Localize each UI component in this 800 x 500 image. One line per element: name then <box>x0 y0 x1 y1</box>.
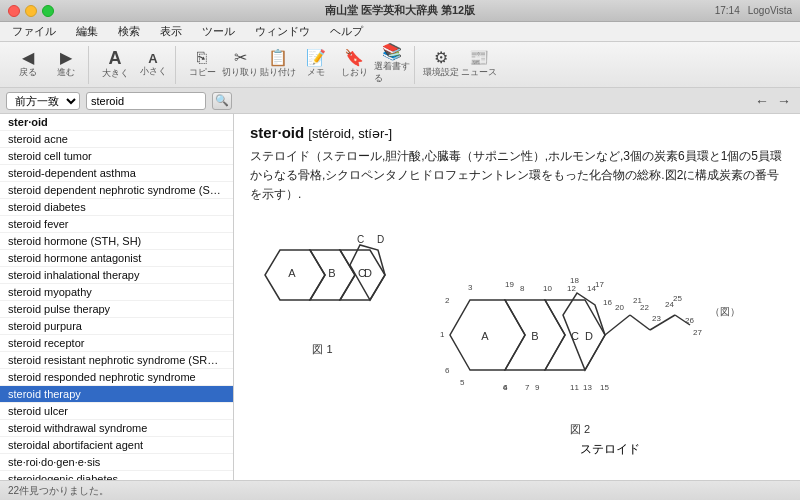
forward-button[interactable]: ▶ 進む <box>48 46 84 84</box>
word-list-item[interactable]: steroidal abortifacient agent <box>0 437 233 454</box>
word-list-item[interactable]: steroid inhalational therapy <box>0 267 233 284</box>
close-button[interactable] <box>8 5 20 17</box>
svg-text:3: 3 <box>468 283 473 292</box>
word-list-item[interactable]: steroid cell tumor <box>0 148 233 165</box>
searchbar: 前方一致 完全一致 後方一致 🔍 ← → <box>0 88 800 114</box>
word-list-item[interactable]: steroid hormone (STH, SH) <box>0 233 233 250</box>
forward-icon: ▶ <box>60 50 72 66</box>
bookmark-button[interactable]: 🔖 しおり <box>336 46 372 84</box>
svg-text:26: 26 <box>685 316 694 325</box>
svg-text:B: B <box>531 330 538 342</box>
svg-text:18: 18 <box>570 276 579 285</box>
svg-text:11: 11 <box>570 383 579 392</box>
text-large-icon: A <box>109 49 122 67</box>
news-button[interactable]: 📰 ニュース <box>461 46 497 84</box>
svg-text:A: A <box>481 330 489 342</box>
svg-text:15: 15 <box>600 383 609 392</box>
word-list-item[interactable]: steroid diabetes <box>0 199 233 216</box>
select-book-button[interactable]: 📚 選着書する <box>374 46 410 84</box>
menu-edit[interactable]: 編集 <box>72 23 102 40</box>
minimize-button[interactable] <box>25 5 37 17</box>
word-list-item[interactable]: steroid therapy <box>0 386 233 403</box>
svg-text:D: D <box>585 330 593 342</box>
word-list-item[interactable]: steroidogenic diabetes <box>0 471 233 480</box>
gear-icon: ⚙ <box>434 50 448 66</box>
figure-2-svg: A B C D 1 <box>415 215 745 415</box>
menu-tools[interactable]: ツール <box>198 23 239 40</box>
word-list-item[interactable]: steroid resistant nephrotic syndrome (SR… <box>0 352 233 369</box>
preferences-button[interactable]: ⚙ 環境設定 <box>423 46 459 84</box>
svg-text:6: 6 <box>445 366 450 375</box>
maximize-button[interactable] <box>42 5 54 17</box>
search-input-wrapper <box>86 92 206 110</box>
cut-button[interactable]: ✂ 切り取り <box>222 46 258 84</box>
prev-arrow-button[interactable]: ← <box>752 93 772 109</box>
time-display: 17:14 <box>715 5 740 16</box>
text-small-icon: A <box>148 52 157 65</box>
word-list-item[interactable]: steroid acne <box>0 131 233 148</box>
svg-text:1: 1 <box>440 330 445 339</box>
menu-view[interactable]: 表示 <box>156 23 186 40</box>
svg-text:C: C <box>571 330 579 342</box>
word-list-item[interactable]: ster·oid <box>0 114 233 131</box>
text-smaller-button[interactable]: A 小さく <box>135 46 171 84</box>
word-list-item[interactable]: steroid withdrawal syndrome <box>0 420 233 437</box>
svg-text:10: 10 <box>543 284 552 293</box>
search-input[interactable] <box>91 95 201 107</box>
svg-text:23: 23 <box>652 314 661 323</box>
entry-headword: ster·oid <box>250 124 304 141</box>
fig1-label: 図 1 <box>250 342 395 357</box>
word-list-item[interactable]: steroid receptor <box>0 335 233 352</box>
word-list-item[interactable]: ste·roi·do·gen·e·sis <box>0 454 233 471</box>
entry-pronunciation: [stéroid, stíər-] <box>308 126 392 141</box>
svg-text:7: 7 <box>525 383 530 392</box>
svg-text:5: 5 <box>460 378 465 387</box>
menu-search[interactable]: 検索 <box>114 23 144 40</box>
figure-1: A B C D C D 図 1 <box>250 215 395 357</box>
paste-button[interactable]: 📋 貼り付け <box>260 46 296 84</box>
status-text: 22件見つかりました。 <box>8 484 109 498</box>
word-list-item[interactable]: steroid purpura <box>0 318 233 335</box>
back-icon: ◀ <box>22 50 34 66</box>
svg-text:9: 9 <box>535 383 540 392</box>
next-arrow-button[interactable]: → <box>774 93 794 109</box>
search-scope-select[interactable]: 前方一致 完全一致 後方一致 <box>6 92 80 110</box>
svg-marker-16 <box>563 293 605 370</box>
svg-text:17: 17 <box>595 280 604 289</box>
back-button[interactable]: ◀ 戻る <box>10 46 46 84</box>
menu-file[interactable]: ファイル <box>8 23 60 40</box>
select-book-icon: 📚 <box>382 44 402 60</box>
news-icon: 📰 <box>469 50 489 66</box>
word-list-item[interactable]: steroid myopathy <box>0 284 233 301</box>
diagram-area: A B C D C D 図 1 <box>250 215 784 458</box>
svg-text:B: B <box>328 267 335 279</box>
bookmark-icon: 🔖 <box>344 50 364 66</box>
word-list-item[interactable]: steroid-dependent asthma <box>0 165 233 182</box>
word-list-item[interactable]: steroid dependent nephrotic syndrome (SD… <box>0 182 233 199</box>
text-larger-button[interactable]: A 大きく <box>97 46 133 84</box>
word-list-item[interactable]: steroid pulse therapy <box>0 301 233 318</box>
menu-help[interactable]: ヘルプ <box>326 23 367 40</box>
figure-1-svg: A B C D C D <box>250 215 395 335</box>
svg-text:19: 19 <box>505 280 514 289</box>
svg-line-18 <box>605 315 630 335</box>
word-list-item[interactable]: steroid fever <box>0 216 233 233</box>
word-list-item[interactable]: steroid ulcer <box>0 403 233 420</box>
app-name: LogoVista <box>748 5 792 16</box>
svg-text:27: 27 <box>693 328 702 337</box>
svg-text:12: 12 <box>567 284 576 293</box>
traffic-lights <box>8 5 54 17</box>
word-list-item[interactable]: steroid hormone antagonist <box>0 250 233 267</box>
menu-window[interactable]: ウィンドウ <box>251 23 314 40</box>
word-list[interactable]: ster·oidsteroid acnesteroid cell tumorst… <box>0 114 234 480</box>
copy-button[interactable]: ⎘ コピー <box>184 46 220 84</box>
cut-icon: ✂ <box>234 50 247 66</box>
titlebar: 南山堂 医学英和大辞典 第12版 17:14 LogoVista <box>0 0 800 22</box>
diagram-caption: ステロイド <box>475 441 745 458</box>
svg-text:16: 16 <box>603 298 612 307</box>
paste-icon: 📋 <box>268 50 288 66</box>
search-go-button[interactable]: 🔍 <box>212 92 232 110</box>
memo-button[interactable]: 📝 メモ <box>298 46 334 84</box>
svg-text:20: 20 <box>615 303 624 312</box>
word-list-item[interactable]: steroid responded nephrotic syndrome <box>0 369 233 386</box>
